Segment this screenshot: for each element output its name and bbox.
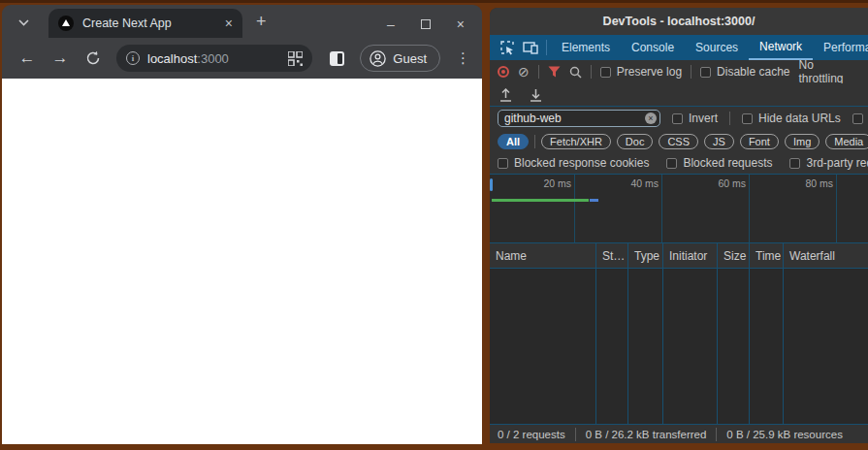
close-button[interactable]: × (457, 18, 465, 30)
maximize-button[interactable] (421, 19, 431, 29)
hide-data-urls-group: Hide data URLs (742, 112, 841, 125)
pill-font[interactable]: Font (740, 134, 779, 149)
col-size[interactable]: Size (718, 243, 750, 268)
clear-icon[interactable]: ⊘ (518, 65, 530, 79)
side-panel-icon[interactable] (330, 51, 344, 66)
preserve-log-checkbox[interactable] (600, 67, 611, 78)
status-requests: 0 / 2 requests (498, 429, 565, 440)
clear-filter-icon[interactable]: × (645, 112, 657, 124)
profile-button[interactable]: Guest (360, 45, 440, 72)
disable-cache-checkbox[interactable] (700, 67, 711, 78)
inspect-element-icon[interactable] (496, 35, 519, 60)
forward-button[interactable]: → (47, 45, 74, 72)
pill-js[interactable]: JS (704, 134, 734, 149)
invert-label: Invert (689, 112, 718, 125)
col-time[interactable]: Time (750, 243, 784, 268)
page-content (2, 79, 482, 444)
har-row (490, 83, 868, 107)
col-type[interactable]: Type (628, 243, 663, 268)
tab-close-icon[interactable]: × (225, 16, 233, 30)
browser-toolbar: ← → i localhost:3000 Gue (2, 38, 482, 79)
site-info-icon[interactable]: i (126, 51, 140, 65)
address-bar[interactable]: i localhost:3000 (116, 45, 312, 72)
pill-doc[interactable]: Doc (617, 134, 654, 149)
hide-data-urls-label: Hide data URLs (758, 112, 841, 125)
filter-input-wrap: × (498, 110, 660, 127)
third-party-label: 3rd-party requests (806, 156, 868, 170)
reload-button[interactable] (80, 45, 107, 72)
hide-data-urls-checkbox[interactable] (742, 113, 753, 124)
timeline-bar-green (492, 199, 589, 202)
devtools-titlebar: DevTools - localhost:3000/ (490, 8, 868, 35)
tab-search-chevron-icon[interactable] (14, 14, 33, 31)
qr-code-icon[interactable] (288, 51, 303, 66)
filter-input[interactable] (498, 110, 660, 127)
col-initiator[interactable]: Initiator (663, 243, 718, 268)
tick-60ms: 60 ms (707, 177, 746, 189)
filter-row: × Invert Hide data URLs Hide ext (490, 107, 868, 130)
col-waterfall[interactable]: Waterfall (784, 243, 868, 268)
hide-extension-group: Hide ext (852, 112, 868, 125)
tab-network[interactable]: Network (749, 35, 813, 60)
minimize-button[interactable]: – (387, 18, 395, 30)
device-toolbar-icon[interactable] (519, 35, 542, 60)
tab-title: Create Next App (82, 16, 216, 30)
nextjs-favicon-icon (58, 16, 74, 31)
new-tab-button[interactable]: + (256, 12, 267, 32)
tab-strip: Create Next App × + – × (2, 5, 482, 38)
requests-table-body[interactable] (490, 269, 868, 424)
pill-all[interactable]: All (498, 134, 529, 149)
tab-performance[interactable]: Performance (813, 35, 868, 60)
blocked-requests-group: Blocked requests (666, 156, 772, 170)
record-icon[interactable] (498, 66, 509, 78)
tab-elements[interactable]: Elements (551, 35, 621, 60)
network-status-bar: 0 / 2 requests 0 B / 26.2 kB transferred… (490, 424, 868, 443)
pill-fetch-xhr[interactable]: Fetch/XHR (541, 134, 611, 149)
network-overview-timeline[interactable]: 20 ms 40 ms 60 ms 80 ms (490, 175, 868, 243)
export-har-icon[interactable] (530, 88, 542, 102)
tick-80ms: 80 ms (794, 177, 833, 189)
timeline-handle[interactable] (490, 178, 493, 191)
status-transferred: 0 B / 26.2 kB transferred (586, 429, 707, 440)
request-type-pills: All Fetch/XHR Doc CSS JS Font Img Media … (490, 130, 868, 152)
status-resources: 0 B / 25.9 kB resources (726, 429, 843, 440)
person-icon (370, 50, 386, 67)
disable-cache-group: Disable cache (700, 65, 789, 79)
blocked-cookies-group: Blocked response cookies (498, 156, 649, 170)
pill-css[interactable]: CSS (659, 134, 698, 149)
timeline-bar-blue (590, 199, 598, 202)
search-icon[interactable] (569, 66, 582, 79)
requests-table-header: Name St… Type Initiator Size Time Waterf… (490, 243, 868, 269)
pill-media[interactable]: Media (825, 134, 868, 149)
third-party-group: 3rd-party requests (789, 156, 868, 170)
browser-tab[interactable]: Create Next App × (48, 9, 242, 38)
import-har-icon[interactable] (499, 88, 512, 102)
invert-checkbox[interactable] (672, 113, 683, 124)
col-name[interactable]: Name (490, 243, 596, 268)
tick-20ms: 20 ms (532, 177, 571, 189)
col-status[interactable]: St… (596, 243, 628, 268)
network-toolbar: ⊘ Preserve log Disable cache No throttli… (490, 60, 868, 83)
hide-extension-checkbox[interactable] (852, 113, 863, 124)
blocked-cookies-checkbox[interactable] (498, 158, 508, 169)
tab-sources[interactable]: Sources (685, 35, 749, 60)
blocked-filters-row: Blocked response cookies Blocked request… (490, 152, 868, 175)
blocked-requests-label: Blocked requests (683, 156, 772, 170)
filter-funnel-icon[interactable] (548, 66, 561, 78)
blocked-cookies-label: Blocked response cookies (514, 156, 649, 170)
pill-img[interactable]: Img (785, 134, 820, 149)
invert-group: Invert (672, 112, 718, 125)
back-button[interactable]: ← (14, 45, 41, 72)
preserve-log-label: Preserve log (617, 65, 682, 79)
tab-console[interactable]: Console (621, 35, 685, 60)
tick-40ms: 40 ms (620, 177, 659, 189)
devtools-tabbar: Elements Console Sources Network Perform… (490, 35, 868, 60)
browser-menu-icon[interactable]: ⋮ (456, 49, 470, 67)
blocked-requests-checkbox[interactable] (666, 158, 677, 169)
disable-cache-label: Disable cache (717, 65, 789, 79)
url-text: localhost:3000 (147, 51, 229, 66)
window-controls: – × (387, 18, 465, 30)
devtools-window: DevTools - localhost:3000/ Elements Cons… (490, 8, 868, 443)
third-party-checkbox[interactable] (789, 158, 800, 169)
throttling-dropdown[interactable]: No throttling (798, 58, 860, 85)
